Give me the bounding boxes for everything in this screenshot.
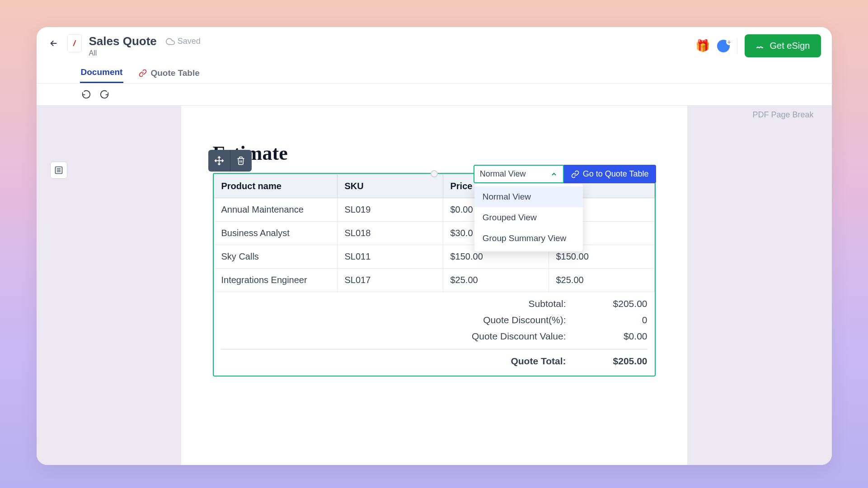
redo-icon — [99, 89, 109, 99]
goto-quote-table-button[interactable]: Go to Quote Table — [564, 165, 656, 183]
table-row[interactable]: Sky CallsSL011$150.00$150.00 — [214, 245, 654, 269]
redo-button[interactable] — [98, 88, 111, 101]
discount-pct-row: Quote Discount(%): 0 — [221, 315, 647, 325]
subtotal-label: Subtotal: — [440, 298, 566, 309]
canvas: PDF Page Break Estimate Normal View — [37, 106, 832, 465]
trash-icon — [236, 156, 245, 165]
col-product-name[interactable]: Product name — [214, 175, 337, 198]
view-select-value: Normal View — [480, 169, 526, 179]
table-row[interactable]: Annual MaintenanceSL019$0.00 — [214, 198, 654, 222]
link-icon — [571, 170, 579, 178]
add-user-icon[interactable] — [717, 40, 730, 52]
cell-name[interactable]: Integrations Engineer — [214, 269, 337, 292]
subtotal-row: Subtotal: $205.00 — [221, 298, 647, 309]
move-icon — [214, 156, 224, 166]
document-heading[interactable]: Estimate — [213, 142, 656, 165]
delete-block-button[interactable] — [230, 150, 252, 172]
goto-label: Go to Quote Table — [583, 169, 649, 179]
chevron-up-icon — [550, 171, 558, 178]
cell-rice[interactable]: $25.00 — [549, 269, 654, 292]
cell-sku[interactable]: SL018 — [337, 222, 443, 245]
dropdown-option-group-summary[interactable]: Group Summary View — [474, 228, 583, 249]
total-row: Quote Total: $205.00 — [221, 349, 647, 367]
link-icon — [139, 69, 147, 77]
title-block: Sales Quote Saved All — [89, 34, 201, 57]
app-window: / Sales Quote Saved All 🎁 Get eSign — [37, 27, 832, 465]
cell-name[interactable]: Sky Calls — [214, 245, 337, 269]
total-label: Quote Total: — [440, 356, 566, 367]
divider — [737, 38, 737, 54]
total-value: $205.00 — [593, 356, 647, 367]
undo-icon — [81, 89, 91, 99]
arrow-left-icon — [49, 38, 59, 48]
cell-name[interactable]: Annual Maintenance — [214, 198, 337, 222]
table-row[interactable]: Business AnalystSL018$30.00 — [214, 222, 654, 245]
subtotal-value: $205.00 — [593, 298, 647, 309]
discount-val-value: $0.00 — [593, 331, 647, 342]
esign-label: Get eSign — [770, 41, 810, 51]
saved-badge: Saved — [166, 37, 201, 46]
cell-sku[interactable]: SL017 — [337, 269, 443, 292]
tab-document[interactable]: Document — [80, 63, 124, 83]
quote-topbar: Normal View Normal View Grouped View Gro… — [474, 165, 656, 183]
gift-icon[interactable]: 🎁 — [695, 39, 710, 53]
back-button[interactable] — [47, 37, 60, 50]
move-block-button[interactable] — [208, 150, 230, 172]
view-dropdown: Normal View Grouped View Group Summary V… — [474, 184, 583, 251]
discount-val-label: Quote Discount Value: — [440, 331, 566, 342]
drag-handle[interactable] — [431, 170, 438, 177]
page-break-label: PDF Page Break — [752, 110, 813, 120]
quote-table: Product name SKU Price rice Annual Maint… — [214, 174, 655, 292]
undo-button[interactable] — [80, 88, 93, 101]
page-title: Sales Quote — [89, 34, 157, 48]
table-row[interactable]: Integrations EngineerSL017$25.00$25.00 — [214, 269, 654, 292]
tabs: Document Quote Table — [37, 57, 832, 84]
dropdown-option-normal[interactable]: Normal View — [474, 186, 583, 207]
col-sku[interactable]: SKU — [337, 175, 443, 198]
cell-name[interactable]: Business Analyst — [214, 222, 337, 245]
signature-icon — [755, 41, 765, 51]
toolbar — [37, 84, 832, 106]
cell-sku[interactable]: SL019 — [337, 198, 443, 222]
header-right: 🎁 Get eSign — [695, 34, 821, 57]
discount-pct-value: 0 — [593, 315, 647, 325]
totals: Subtotal: $205.00 Quote Discount(%): 0 Q… — [214, 292, 655, 376]
discount-val-row: Quote Discount Value: $0.00 — [221, 331, 647, 342]
tab-quote-table-label: Quote Table — [150, 68, 199, 78]
view-select[interactable]: Normal View Normal View Grouped View Gro… — [474, 165, 564, 183]
document-type-icon: / — [67, 34, 82, 52]
outline-button[interactable] — [50, 162, 67, 179]
header: / Sales Quote Saved All 🎁 Get eSign — [37, 27, 832, 57]
document-page[interactable]: Estimate Normal View Normal View — [181, 106, 687, 465]
title-row: Sales Quote Saved — [89, 34, 201, 48]
breadcrumb[interactable]: All — [89, 49, 201, 57]
tab-quote-table[interactable]: Quote Table — [138, 63, 200, 83]
discount-pct-label: Quote Discount(%): — [440, 315, 566, 325]
saved-label: Saved — [178, 37, 201, 46]
cloud-icon — [166, 37, 175, 46]
header-left: / Sales Quote Saved All — [47, 34, 201, 57]
get-esign-button[interactable]: Get eSign — [745, 34, 821, 57]
cell-price[interactable]: $25.00 — [443, 269, 549, 292]
quote-table-block[interactable]: Normal View Normal View Grouped View Gro… — [213, 173, 656, 376]
block-tools — [208, 150, 252, 172]
list-icon — [54, 166, 63, 175]
cell-sku[interactable]: SL011 — [337, 245, 443, 269]
dropdown-option-grouped[interactable]: Grouped View — [474, 207, 583, 228]
